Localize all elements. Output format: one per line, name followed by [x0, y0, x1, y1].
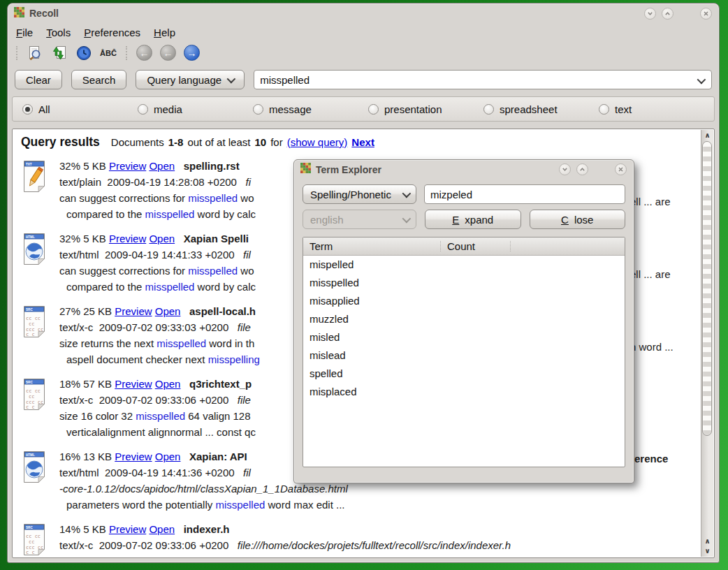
- menu-file[interactable]: File: [16, 27, 33, 38]
- result-link[interactable]: Open: [155, 305, 181, 317]
- result-link[interactable]: Preview: [109, 523, 146, 535]
- result-link[interactable]: Preview: [109, 233, 146, 244]
- menu-preferences[interactable]: Preferences: [84, 27, 140, 38]
- filter-label: All: [38, 103, 50, 115]
- radio-icon: [22, 104, 33, 115]
- result-line: parameters word the potentially misspell…: [59, 497, 348, 513]
- term-table-body: mispelledmisspelledmisappliedmuzzledmisl…: [303, 256, 625, 467]
- result-text: 32% 5 KB Preview Open Xapian Spellitext/…: [59, 231, 256, 295]
- result-link[interactable]: Preview: [115, 451, 152, 462]
- result-link[interactable]: Preview: [115, 305, 152, 317]
- result-link[interactable]: Open: [149, 160, 175, 172]
- result-link[interactable]: Preview: [115, 378, 152, 390]
- find-document-icon[interactable]: [27, 45, 43, 61]
- dialog-shade-up-button[interactable]: [576, 163, 588, 175]
- highlighted-term: misspelling: [208, 353, 260, 365]
- menu-tools[interactable]: Tools: [46, 27, 71, 38]
- result-line: 18% 57 KB Preview Open q3richtext_p: [59, 376, 256, 392]
- filter-presentation[interactable]: presentation: [368, 103, 483, 115]
- radio-icon: [368, 104, 379, 115]
- result-text-fragment: ell ... are: [630, 266, 671, 282]
- result-line: size 16 color 32 misspelled 64 valign 12…: [59, 408, 256, 424]
- scroll-up-arrow-2[interactable]: ∧: [701, 536, 713, 546]
- filter-label: presentation: [384, 103, 442, 115]
- filetype-html-icon: HTML: [21, 232, 48, 265]
- dialog-close-button[interactable]: Close: [530, 210, 626, 229]
- window-close-button[interactable]: [700, 8, 712, 20]
- result-link[interactable]: Open: [149, 523, 175, 535]
- highlighted-term: misspelled: [215, 499, 265, 511]
- go-first-button[interactable]: ←: [136, 45, 152, 61]
- go-forward-button[interactable]: →: [184, 45, 200, 61]
- result-line: compared to the misspelled word by calc: [59, 206, 256, 222]
- svg-text:cc: cc: [29, 394, 34, 400]
- svg-text:cc cc: cc cc: [26, 316, 41, 321]
- results-for-word: for: [270, 136, 283, 148]
- query-input[interactable]: [254, 70, 712, 89]
- window-buttons: [644, 8, 712, 20]
- scrollbar-bottom-arrows: ∧ ∨: [701, 536, 713, 555]
- count-column-header[interactable]: Count: [441, 241, 511, 251]
- svg-text:cc cc: cc cc: [26, 534, 41, 539]
- term-row[interactable]: misspelled: [303, 274, 625, 292]
- dialog-title: Term Explorer: [316, 164, 381, 175]
- svg-text:HTML: HTML: [26, 453, 35, 457]
- scroll-up-arrow[interactable]: ∧: [701, 130, 713, 140]
- term-input[interactable]: [424, 184, 625, 204]
- result-line: text/x-c 2009-07-02 09:33:03 +0200 file: [59, 319, 260, 335]
- term-row[interactable]: misled: [303, 328, 625, 346]
- result-link[interactable]: Open: [149, 233, 175, 244]
- result-link[interactable]: Open: [155, 378, 181, 390]
- toolbar-handle[interactable]: [16, 46, 17, 60]
- result-link[interactable]: Preview: [109, 160, 146, 172]
- search-mode-select[interactable]: Query language: [136, 70, 245, 89]
- dialog-titlebar[interactable]: Term Explorer: [294, 160, 634, 179]
- toolbar: ÅBĈ ← ← →: [8, 41, 719, 66]
- go-back-button[interactable]: ←: [160, 45, 176, 61]
- clear-button[interactable]: Clear: [15, 70, 62, 89]
- result-text: 32% 5 KB Preview Open spelling.rsttext/p…: [59, 158, 256, 222]
- dialog-shade-down-button[interactable]: [559, 163, 571, 175]
- highlighted-term: misspelled: [156, 337, 206, 349]
- term-row[interactable]: muzzled: [303, 310, 625, 328]
- term-row[interactable]: spelled: [303, 365, 625, 383]
- window-titlebar[interactable]: Recoll: [8, 3, 719, 23]
- filter-text[interactable]: text: [599, 103, 714, 115]
- result-link[interactable]: Open: [155, 451, 181, 462]
- menu-help[interactable]: Help: [154, 27, 175, 38]
- term-table-header[interactable]: Term Count: [303, 238, 625, 256]
- history-clock-icon[interactable]: [75, 45, 92, 61]
- filetype-txt-icon: TXT: [21, 159, 48, 193]
- term-row[interactable]: mispelled: [303, 256, 625, 274]
- term-row[interactable]: mislead: [303, 346, 625, 365]
- dialog-close-icon[interactable]: [615, 163, 627, 175]
- filter-media[interactable]: media: [138, 103, 253, 115]
- desktop: Recoll FileToolsPreferencesHelp: [0, 0, 728, 570]
- recoll-app-icon: [14, 7, 24, 20]
- next-page-link[interactable]: Next: [351, 136, 374, 148]
- term-row[interactable]: misapplied: [303, 292, 625, 310]
- term-column-header[interactable]: Term: [303, 241, 441, 251]
- result-line: 32% 5 KB Preview Open spelling.rst: [59, 158, 256, 174]
- chevron-down-icon: [402, 189, 412, 198]
- scroll-down-arrow[interactable]: ∨: [701, 546, 713, 555]
- result-line: aspell document checker next misspelling: [59, 351, 260, 367]
- update-index-icon[interactable]: [51, 45, 68, 61]
- filter-message[interactable]: message: [253, 103, 368, 115]
- term-explorer-icon[interactable]: ÅBĈ: [100, 45, 117, 61]
- results-scrollbar[interactable]: ∧ ∧ ∨: [701, 130, 713, 557]
- scrollbar-thumb[interactable]: [702, 141, 712, 436]
- expand-button[interactable]: Expand: [425, 210, 521, 229]
- shade-up-button[interactable]: [662, 8, 674, 20]
- filter-all[interactable]: All: [22, 103, 138, 115]
- search-button[interactable]: Search: [71, 70, 127, 89]
- filter-label: spreadsheet: [500, 103, 558, 115]
- highlighted-term: misspelled: [145, 208, 195, 220]
- svg-text:cc cc: cc cc: [26, 388, 41, 394]
- match-type-select[interactable]: Spelling/Phonetic: [303, 184, 416, 204]
- filter-spreadsheet[interactable]: spreadsheet: [483, 103, 599, 115]
- radio-icon: [138, 104, 148, 115]
- show-query-link[interactable]: (show query): [287, 136, 348, 148]
- shade-down-button[interactable]: [644, 8, 656, 20]
- term-row[interactable]: misplaced: [303, 383, 625, 401]
